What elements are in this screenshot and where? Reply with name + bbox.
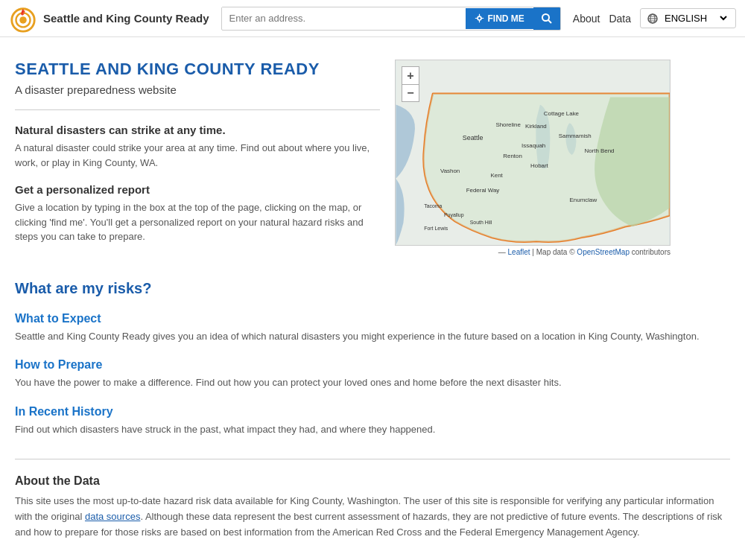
search-button[interactable] <box>533 7 560 30</box>
data-sources-link[interactable]: data sources <box>85 511 140 522</box>
hero-text: SEATTLE AND KING COUNTY READY A disaster… <box>15 60 380 258</box>
svg-text:Puyallup: Puyallup <box>444 212 464 218</box>
svg-text:Tacoma: Tacoma <box>424 203 442 209</box>
svg-text:Kent: Kent <box>490 172 503 179</box>
svg-text:Vashon: Vashon <box>440 168 460 174</box>
svg-text:Renton: Renton <box>503 153 522 159</box>
svg-text:Enumclaw: Enumclaw <box>570 197 597 203</box>
svg-text:Fort Lewis: Fort Lewis <box>424 226 448 231</box>
risk-item-what-to-expect: What to Expect Seattle and King County R… <box>15 312 730 344</box>
find-me-button[interactable]: FIND ME <box>466 8 533 29</box>
map-attribution: — Leaflet Leaflet | Map data © OpenStree… <box>395 248 670 256</box>
about-data-section: About the Data This site uses the most u… <box>15 474 730 540</box>
search-bar: FIND ME <box>221 7 561 31</box>
svg-text:Federal Way: Federal Way <box>466 187 500 194</box>
header: Seattle and King County Ready FIND ME Ab… <box>0 0 745 37</box>
svg-text:North Bend: North Bend <box>584 147 614 154</box>
globe-icon <box>647 13 659 25</box>
logo-icon <box>9 4 37 33</box>
how-to-prepare-title[interactable]: How to Prepare <box>15 358 730 372</box>
section-divider <box>15 459 730 459</box>
language-dropdown[interactable]: ENGLISH ESPAÑOL 中文 TIẾNG VIỆT 한국어 አማርኛ <box>662 12 729 25</box>
hero-section2-body: Give a location by typing in the box at … <box>15 200 380 244</box>
risks-heading: What are my risks? <box>15 280 730 297</box>
svg-text:Issaquah: Issaquah <box>522 142 545 149</box>
svg-line-9 <box>548 20 551 23</box>
about-data-body: This site uses the most up-to-date hazar… <box>15 494 730 540</box>
svg-text:Hobart: Hobart <box>530 162 549 169</box>
what-to-expect-body: Seattle and King County Ready gives you … <box>15 329 730 344</box>
site-title: Seattle and King County Ready <box>43 12 209 25</box>
leaflet-link: — Leaflet Leaflet | Map data © OpenStree… <box>498 248 670 256</box>
recent-history-body: Find out which disasters have struck in … <box>15 422 730 437</box>
hero-section1-body: A natural disaster could strike your are… <box>15 141 380 170</box>
location-icon <box>475 13 484 23</box>
main-nav: About Data ENGLISH ESPAÑOL 中文 TIẾNG VIỆT… <box>573 8 736 28</box>
map-area: + − <box>395 60 670 258</box>
search-input[interactable] <box>222 7 466 29</box>
risk-item-how-to-prepare: How to Prepare You have the power to mak… <box>15 358 730 390</box>
recent-history-title[interactable]: In Recent History <box>15 405 730 419</box>
hero-title: SEATTLE AND KING COUNTY READY <box>15 60 380 79</box>
site-logo: Seattle and King County Ready <box>9 4 209 33</box>
about-data-title: About the Data <box>15 474 730 488</box>
map-container[interactable]: + − <box>395 60 670 246</box>
hero-subtitle: A disaster preparedness website <box>15 83 380 96</box>
hero-divider <box>15 109 380 110</box>
hero-section2-title: Get a personalized report <box>15 183 380 196</box>
hero-section1-title: Natural disasters can strike at any time… <box>15 124 380 136</box>
zoom-out-button[interactable]: − <box>402 84 419 102</box>
risk-item-recent-history: In Recent History Find out which disaste… <box>15 405 730 437</box>
language-selector[interactable]: ENGLISH ESPAÑOL 中文 TIẾNG VIỆT 한국어 አማርኛ <box>640 8 736 28</box>
svg-text:Kirkland: Kirkland <box>525 123 547 130</box>
map-zoom-controls: + − <box>402 66 419 102</box>
svg-text:Cottage Lake: Cottage Lake <box>544 110 580 117</box>
svg-point-3 <box>478 16 482 20</box>
svg-text:South Hill: South Hill <box>470 220 492 225</box>
about-link[interactable]: About <box>573 13 600 25</box>
what-to-expect-title[interactable]: What to Expect <box>15 312 730 325</box>
hero-section: SEATTLE AND KING COUNTY READY A disaster… <box>15 60 730 258</box>
leaflet-attribution[interactable]: Leaflet <box>508 248 530 256</box>
svg-point-2 <box>19 16 27 24</box>
map-svg: Seattle Shoreline Cottage Lake Kirkland … <box>396 60 670 245</box>
svg-text:Shoreline: Shoreline <box>495 121 521 128</box>
zoom-in-button[interactable]: + <box>402 66 419 84</box>
svg-point-8 <box>542 14 549 21</box>
main-content: SEATTLE AND KING COUNTY READY A disaster… <box>0 37 745 560</box>
how-to-prepare-body: You have the power to make a difference.… <box>15 375 730 390</box>
risks-section: What are my risks? What to Expect Seattl… <box>15 280 730 437</box>
osm-attribution[interactable]: OpenStreetMap <box>577 248 630 256</box>
svg-text:Seattle: Seattle <box>463 134 484 141</box>
svg-text:Sammamish: Sammamish <box>559 133 592 139</box>
data-link[interactable]: Data <box>609 13 631 25</box>
magnifier-icon <box>541 13 553 25</box>
